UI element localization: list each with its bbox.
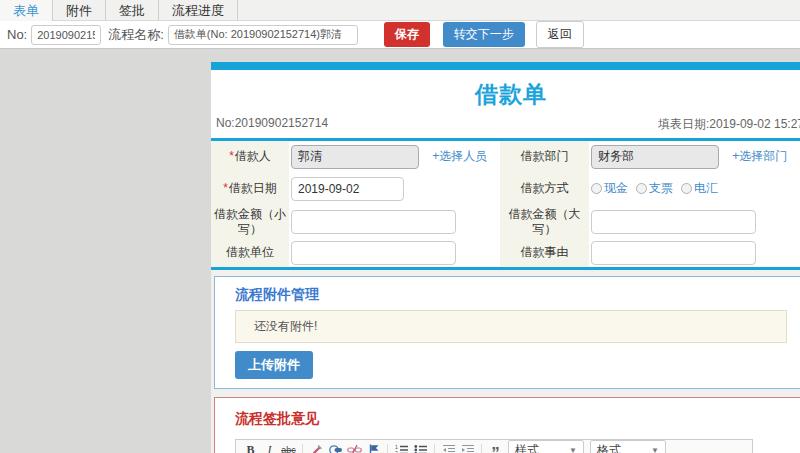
loan-date-label: *借款日期 xyxy=(211,173,289,205)
link-icon[interactable] xyxy=(327,441,344,453)
required-marker: * xyxy=(229,149,234,163)
remove-format-icon[interactable] xyxy=(308,441,325,453)
toolbar-separator xyxy=(387,444,388,453)
approval-section: 流程签批意见 B I abc xyxy=(214,397,800,453)
strikethrough-icon[interactable]: abc xyxy=(280,441,297,453)
toolbar-separator xyxy=(481,444,482,453)
borrower-input[interactable] xyxy=(291,145,419,169)
amount-lowercase-input[interactable] xyxy=(291,210,456,234)
method-option-wire[interactable]: 电汇 xyxy=(681,180,718,197)
tab-attachments[interactable]: 附件 xyxy=(53,0,106,21)
loan-unit-input[interactable] xyxy=(291,241,456,265)
command-bar: No: 流程名称: 保存 转交下一步 返回 xyxy=(0,21,800,49)
tab-process-progress[interactable]: 流程进度 xyxy=(159,0,238,21)
department-input[interactable] xyxy=(591,145,719,169)
doc-info-row: No:20190902152714 填表日期:2019-09-02 15:27:… xyxy=(211,110,800,138)
borrower-label: *借款人 xyxy=(211,140,289,173)
styles-dropdown[interactable]: 样式 ▼ xyxy=(508,440,584,453)
approval-section-heading: 流程签批意见 xyxy=(235,410,787,428)
cash-radio[interactable] xyxy=(591,183,602,194)
loan-date-input[interactable] xyxy=(291,177,404,201)
no-input[interactable] xyxy=(31,25,101,45)
doc-no-text: No:20190902152714 xyxy=(216,116,328,133)
anchor-flag-icon[interactable] xyxy=(365,441,382,453)
unlink-icon[interactable] xyxy=(346,441,363,453)
editor-toolbar: B I abc 12 xyxy=(236,440,752,453)
process-name-input[interactable] xyxy=(168,25,358,45)
amount-uppercase-input[interactable] xyxy=(591,210,756,234)
loan-method-radio-group: 现金 支票 电汇 xyxy=(591,180,800,197)
bold-icon[interactable]: B xyxy=(242,441,259,453)
blockquote-icon[interactable]: ” xyxy=(487,441,504,453)
loan-unit-label: 借款单位 xyxy=(211,239,289,269)
rich-text-editor: B I abc 12 xyxy=(235,439,753,453)
chevron-down-icon: ▼ xyxy=(651,446,659,453)
accent-bar xyxy=(211,62,800,70)
loan-reason-label: 借款事由 xyxy=(500,239,589,269)
department-label: 借款部门 xyxy=(500,140,589,173)
panel-header: 借款单 No:20190902152714 填表日期:2019-09-02 15… xyxy=(211,62,800,138)
save-button[interactable]: 保存 xyxy=(384,22,430,47)
loan-reason-input[interactable] xyxy=(591,241,756,265)
loan-form-panel: 借款单 No:20190902152714 填表日期:2019-09-02 15… xyxy=(211,62,800,453)
bulleted-list-icon[interactable] xyxy=(412,441,429,453)
amount-lowercase-label: 借款金额（小写） xyxy=(211,205,289,239)
indent-icon[interactable] xyxy=(459,441,476,453)
method-option-cash[interactable]: 现金 xyxy=(591,180,628,197)
no-label: No: xyxy=(7,27,27,42)
upload-attachment-button[interactable]: 上传附件 xyxy=(235,351,313,379)
numbered-list-icon[interactable]: 12 xyxy=(393,441,410,453)
attachment-section: 流程附件管理 还没有附件! 上传附件 xyxy=(214,276,800,389)
format-dropdown[interactable]: 格式 ▼ xyxy=(590,440,666,453)
page-title: 借款单 xyxy=(211,70,800,110)
no-attachment-alert: 还没有附件! xyxy=(235,310,787,343)
attachment-section-heading: 流程附件管理 xyxy=(235,286,787,304)
method-option-cheque[interactable]: 支票 xyxy=(636,180,673,197)
select-person-link[interactable]: +选择人员 xyxy=(432,149,487,163)
amount-uppercase-label: 借款金额（大写） xyxy=(500,205,589,239)
tab-bar: 表单 附件 签批 流程进度 xyxy=(0,0,800,21)
italic-icon[interactable]: I xyxy=(261,441,278,453)
forward-next-step-button[interactable]: 转交下一步 xyxy=(443,22,525,47)
tab-form[interactable]: 表单 xyxy=(0,0,53,21)
toolbar-separator xyxy=(302,444,303,453)
svg-text:1: 1 xyxy=(395,444,398,450)
select-department-link[interactable]: +选择部门 xyxy=(732,149,787,163)
outdent-icon[interactable] xyxy=(440,441,457,453)
toolbar-separator xyxy=(434,444,435,453)
chevron-down-icon: ▼ xyxy=(569,446,577,453)
cheque-radio[interactable] xyxy=(636,183,647,194)
process-name-label: 流程名称: xyxy=(108,26,164,44)
loan-form-table: *借款人 +选择人员 借款部门 +选择部门 *借款日期 借款方式 xyxy=(211,138,800,270)
doc-date-text: 填表日期:2019-09-02 15:27:1 xyxy=(658,116,800,133)
required-marker: * xyxy=(223,181,228,195)
tab-approval[interactable]: 签批 xyxy=(106,0,159,21)
wire-transfer-radio[interactable] xyxy=(681,183,692,194)
loan-method-label: 借款方式 xyxy=(500,173,589,205)
back-button[interactable]: 返回 xyxy=(536,21,584,48)
